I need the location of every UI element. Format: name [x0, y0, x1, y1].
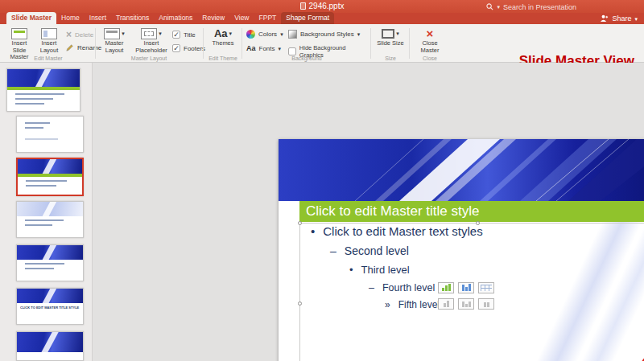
- footers-checkbox[interactable]: ✓ Footers: [172, 44, 205, 52]
- search-placeholder: Search in Presentation: [503, 3, 576, 11]
- group-label-close: Close: [411, 55, 449, 61]
- group-separator: [370, 28, 371, 59]
- content-placeholder-icons: [438, 282, 494, 310]
- thumbnail-green-bar: [18, 174, 82, 177]
- smartart-icon[interactable]: [458, 298, 474, 310]
- group-master-layout: ▾ Master Layout ▾ Insert Placeholder ✓ T…: [97, 24, 201, 62]
- bullet-level-1[interactable]: • Click to edit Master text styles: [311, 224, 625, 238]
- share-person-icon: [600, 14, 609, 23]
- chevron-down-icon: ▾: [396, 31, 399, 36]
- thumbnail-layout-4[interactable]: [16, 244, 84, 281]
- color-wheel-icon: [246, 30, 255, 39]
- insert-slide-master-icon: [11, 28, 27, 39]
- group-separator: [242, 28, 242, 59]
- delete-button[interactable]: × Delete: [66, 30, 93, 39]
- group-separator: [95, 28, 96, 59]
- chevron-down-icon: ▾: [279, 46, 282, 51]
- tab-home[interactable]: Home: [56, 12, 85, 24]
- powerpoint-window: 2946.pptx ▾ Search in Presentation Slide…: [0, 0, 644, 361]
- thumbnail-title-text: CLICK TO EDIT MASTER TITLE STYLE: [20, 306, 83, 310]
- fonts-button[interactable]: Aa Fonts ▾: [246, 44, 281, 52]
- bullet-level-3[interactable]: • Third level: [349, 264, 625, 276]
- bullet-level-5[interactable]: » Fifth level: [385, 299, 625, 310]
- search-icon: [486, 3, 493, 10]
- tab-transitions[interactable]: Transitions: [111, 12, 154, 24]
- bar-chart-icon[interactable]: [438, 282, 454, 293]
- thumbnail-layout-6[interactable]: [16, 331, 84, 361]
- thumbnail-pane: CLICK TO EDIT MASTER TITLE STYLE: [0, 63, 93, 361]
- insert-layout-icon: [41, 28, 57, 39]
- bullet-glyph: •: [349, 264, 353, 276]
- checkbox-checked-icon: ✓: [172, 31, 180, 39]
- title-checkbox[interactable]: ✓ Title: [172, 31, 196, 39]
- chevron-down-icon: ▾: [634, 16, 638, 22]
- ribbon: Insert Slide Master Insert Layout × Dele…: [0, 24, 644, 63]
- tab-insert[interactable]: Insert: [85, 12, 111, 24]
- group-separator: [203, 28, 204, 59]
- close-master-button[interactable]: × Close Master: [415, 27, 445, 54]
- chevron-down-icon: ▾: [229, 31, 233, 36]
- thumbnail-banner-graphic: [18, 159, 82, 174]
- slide-master-editor: Click to edit Master title style • Click…: [279, 139, 644, 361]
- group-label-edit-master: Edit Master: [3, 55, 93, 61]
- share-button[interactable]: Share ▾: [600, 14, 638, 24]
- themes-aa-icon: Aa: [214, 28, 228, 39]
- bullet-glyph: »: [385, 299, 390, 310]
- thumbnail-banner-graphic: [17, 202, 83, 216]
- thumbnail-slide-master[interactable]: [6, 68, 80, 112]
- group-edit-theme: Aa ▾ Themes Edit Theme: [204, 24, 242, 62]
- thumbnail-layout-2-selected[interactable]: [16, 158, 84, 196]
- slide-size-button[interactable]: ▾ Slide Size: [376, 27, 405, 47]
- tab-review[interactable]: Review: [197, 12, 229, 24]
- thumbnail-layout-3[interactable]: [16, 201, 84, 238]
- master-title-placeholder[interactable]: Click to edit Master title style: [299, 201, 644, 222]
- document-icon: [300, 2, 306, 10]
- bullet-level-4[interactable]: – Fourth level: [369, 282, 625, 293]
- media-icon[interactable]: [478, 298, 494, 310]
- table-icon[interactable]: [478, 282, 494, 293]
- bullet-glyph: –: [330, 244, 336, 257]
- ribbon-tab-bar: Slide Master Home Insert Transitions Ani…: [0, 13, 644, 24]
- selection-handle[interactable]: [298, 302, 302, 306]
- thumbnail-banner-graphic: [17, 332, 83, 352]
- insert-placeholder-button[interactable]: ▾ Insert Placeholder: [134, 27, 169, 54]
- picture-icon[interactable]: [438, 298, 454, 310]
- thumbnail-banner-graphic: [17, 245, 83, 260]
- tab-shape-format[interactable]: Shape Format: [281, 12, 334, 24]
- master-layout-icon: [104, 28, 120, 39]
- chevron-down-icon: ▾: [122, 31, 125, 36]
- background-styles-button[interactable]: Background Styles ▾: [288, 30, 360, 39]
- insert-placeholder-icon: [141, 28, 157, 39]
- group-separator: [409, 28, 410, 59]
- bullet-glyph: –: [369, 282, 374, 293]
- colors-button[interactable]: Colors ▾: [246, 30, 283, 39]
- column-chart-icon[interactable]: [458, 282, 474, 293]
- title-bar: 2946.pptx ▾ Search in Presentation: [0, 0, 644, 13]
- thumbnail-banner-graphic: [7, 69, 80, 87]
- group-label-size: Size: [372, 55, 409, 61]
- banner-graphic: [279, 139, 644, 201]
- close-master-x-icon: ×: [427, 27, 434, 39]
- tab-animations[interactable]: Animations: [154, 12, 197, 24]
- checkbox-checked-icon: ✓: [172, 44, 180, 52]
- group-close: × Close Master Close: [411, 24, 449, 62]
- group-background: Colors ▾ Aa Fonts ▾ Background Styles ▾ …: [243, 24, 370, 62]
- search-box[interactable]: ▾ Search in Presentation: [486, 2, 576, 12]
- chevron-down-icon: ▾: [497, 4, 500, 10]
- bullet-level-2[interactable]: – Second level: [330, 244, 625, 257]
- rename-pencil-icon: [66, 43, 74, 51]
- thumbnail-green-bar: [7, 87, 80, 90]
- bullet-glyph: •: [311, 224, 315, 238]
- thumbnail-layout-5[interactable]: CLICK TO EDIT MASTER TITLE STYLE: [16, 288, 84, 325]
- tab-fppt[interactable]: FPPT: [254, 12, 282, 24]
- insert-layout-button[interactable]: Insert Layout: [35, 27, 63, 54]
- group-size: ▾ Slide Size Size: [372, 24, 409, 62]
- tab-view[interactable]: View: [229, 12, 254, 24]
- selection-handle[interactable]: [298, 221, 302, 225]
- thumbnail-layout-1[interactable]: [16, 116, 84, 153]
- master-layout-button[interactable]: ▾ Master Layout: [98, 27, 130, 54]
- group-edit-master: Insert Slide Master Insert Layout × Dele…: [3, 24, 93, 62]
- background-styles-icon: [288, 30, 297, 39]
- tab-slide-master[interactable]: Slide Master: [6, 12, 56, 24]
- themes-button[interactable]: Aa ▾ Themes: [207, 27, 239, 47]
